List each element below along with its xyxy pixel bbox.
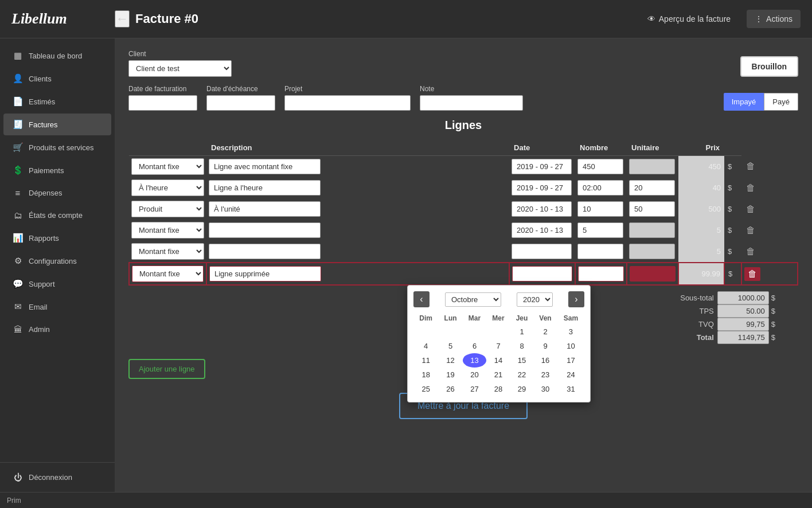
cal-day-10[interactable]: 10 [557, 339, 584, 353]
cal-day-1[interactable]: 1 [510, 325, 534, 339]
line-date-input-3[interactable] [512, 222, 572, 238]
cal-day-8[interactable]: 8 [510, 339, 534, 353]
cal-day-25[interactable]: 25 [413, 382, 438, 396]
sidebar-item-deconnexion[interactable]: ⏻ Déconnexion [3, 467, 111, 488]
cal-day-5[interactable]: 5 [438, 339, 462, 353]
cal-day-26[interactable]: 26 [438, 382, 462, 396]
cal-day-11[interactable]: 11 [413, 353, 438, 368]
cal-day-18[interactable]: 18 [413, 368, 438, 382]
sidebar-item-etats-de-compte[interactable]: 🗂 États de compte [3, 205, 111, 226]
cal-day-23[interactable]: 23 [533, 368, 557, 382]
sous-total-value[interactable] [717, 291, 769, 304]
sidebar-item-rapports[interactable]: 📊 Rapports [3, 227, 111, 249]
line-date-input-0[interactable] [512, 159, 572, 174]
sidebar-item-tableau-de-bord[interactable]: ▦ Tableau de bord [3, 45, 111, 67]
line-type-select-5[interactable]: Montant fixeÀ l'heureProduit [132, 265, 204, 282]
actions-button[interactable]: ⋮ Actions [747, 10, 801, 28]
line-unitaire-input-5[interactable] [630, 266, 676, 282]
sidebar-item-admin[interactable]: 🏛 Admin [3, 319, 111, 340]
brouillon-button[interactable]: Brouillon [740, 56, 798, 77]
line-desc-input-4[interactable] [209, 244, 321, 259]
cal-year-select[interactable]: 201920202021 [517, 292, 553, 307]
sidebar-item-email[interactable]: ✉ Email [3, 296, 111, 318]
sidebar-item-configurations[interactable]: ⚙ Configurations [3, 250, 111, 272]
cal-day-14[interactable]: 14 [486, 353, 510, 368]
sidebar-item-clients[interactable]: 👤 Clients [3, 68, 111, 89]
cal-day-22[interactable]: 22 [510, 368, 534, 382]
line-desc-input-5[interactable] [209, 266, 321, 282]
cal-day-29[interactable]: 29 [510, 382, 534, 396]
line-unitaire-input-1[interactable] [629, 180, 675, 196]
sidebar-item-paiements[interactable]: 💲 Paiements [3, 159, 111, 181]
cal-day-4[interactable]: 4 [413, 339, 438, 353]
total-value[interactable] [717, 331, 769, 344]
line-type-select-0[interactable]: Montant fixeÀ l'heureProduit [131, 158, 204, 175]
delete-btn-2[interactable]: 🗑 [744, 203, 758, 216]
line-type-select-1[interactable]: Montant fixeÀ l'heureProduit [131, 179, 204, 196]
line-date-input-2[interactable] [512, 201, 572, 217]
cal-next-button[interactable]: › [568, 291, 584, 307]
line-nombre-input-1[interactable] [577, 180, 623, 196]
add-line-button[interactable]: Ajouter une ligne [128, 359, 205, 379]
line-nombre-input-3[interactable] [577, 222, 623, 238]
cal-day-21[interactable]: 21 [486, 368, 510, 382]
cal-day-13[interactable]: 13 [463, 353, 486, 368]
line-unitaire-input-2[interactable] [629, 201, 675, 217]
sidebar-item-produits-services[interactable]: 🛒 Produits et services [3, 136, 111, 158]
cal-day-17[interactable]: 17 [557, 353, 584, 368]
line-unitaire-input-0[interactable] [629, 159, 675, 174]
cal-day-7[interactable]: 7 [486, 339, 510, 353]
delete-btn-1[interactable]: 🗑 [744, 182, 758, 194]
line-unitaire-input-3[interactable] [629, 222, 675, 238]
cal-day-28[interactable]: 28 [486, 382, 510, 396]
cal-day-15[interactable]: 15 [510, 353, 534, 368]
sidebar-item-depenses[interactable]: ≡ Dépenses [3, 182, 111, 204]
cal-day-6[interactable]: 6 [463, 339, 486, 353]
line-desc-input-2[interactable] [209, 201, 321, 217]
date-echeance-input[interactable]: 2020 - 11 - 12 [206, 95, 275, 111]
cal-day-19[interactable]: 19 [438, 368, 462, 382]
line-date-input-4[interactable] [512, 244, 572, 259]
delete-btn-5[interactable]: 🗑 [744, 267, 760, 281]
line-desc-input-3[interactable] [209, 222, 321, 238]
cal-prev-button[interactable]: ‹ [413, 291, 430, 307]
cal-month-select[interactable]: JanvierFévrierMarsAvril MaiJuinJuilletAo… [445, 292, 501, 307]
line-unitaire-input-4[interactable] [629, 244, 675, 259]
cal-day-9[interactable]: 9 [533, 339, 557, 353]
line-type-select-4[interactable]: Montant fixeÀ l'heureProduit [131, 243, 204, 260]
impaye-button[interactable]: Impayé [724, 93, 764, 111]
client-select[interactable]: Client de test [128, 60, 232, 77]
cal-day-3[interactable]: 3 [557, 325, 584, 339]
sidebar-item-support[interactable]: 💬 Support [3, 273, 111, 295]
line-desc-input-1[interactable] [209, 180, 321, 196]
tps-value[interactable] [717, 304, 769, 318]
note-input[interactable] [420, 95, 523, 111]
line-date-input-1[interactable] [512, 180, 572, 196]
cal-day-30[interactable]: 30 [533, 382, 557, 396]
line-type-select-2[interactable]: Montant fixeÀ l'heureProduit [131, 201, 204, 217]
delete-btn-3[interactable]: 🗑 [744, 224, 758, 237]
sidebar-item-estimes[interactable]: 📄 Estimés [3, 91, 111, 112]
cal-day-24[interactable]: 24 [557, 368, 584, 382]
sidebar-item-factures[interactable]: 🧾 Factures [3, 114, 111, 135]
tvq-value[interactable] [717, 318, 769, 331]
back-button[interactable]: ← [115, 10, 130, 28]
delete-btn-4[interactable]: 🗑 [744, 245, 758, 258]
line-nombre-input-5[interactable] [578, 266, 624, 282]
line-nombre-input-2[interactable] [577, 201, 623, 217]
line-nombre-input-4[interactable] [577, 244, 623, 259]
cal-day-31[interactable]: 31 [557, 382, 584, 396]
delete-btn-0[interactable]: 🗑 [744, 160, 758, 173]
line-type-select-3[interactable]: Montant fixeÀ l'heureProduit [131, 222, 204, 239]
cal-day-2[interactable]: 2 [533, 325, 557, 339]
cal-day-16[interactable]: 16 [533, 353, 557, 368]
line-desc-input-0[interactable] [209, 159, 321, 174]
cal-day-12[interactable]: 12 [438, 353, 462, 368]
line-nombre-input-0[interactable] [577, 159, 623, 174]
line-date-input-5[interactable] [512, 266, 572, 282]
projet-input[interactable]: Np [284, 95, 411, 111]
cal-day-27[interactable]: 27 [463, 382, 486, 396]
date-facturation-input[interactable]: 2020 - 10 - 13 [128, 95, 197, 111]
preview-button[interactable]: 👁 Aperçu de la facture [647, 14, 731, 24]
paye-button[interactable]: Payé [764, 93, 798, 111]
